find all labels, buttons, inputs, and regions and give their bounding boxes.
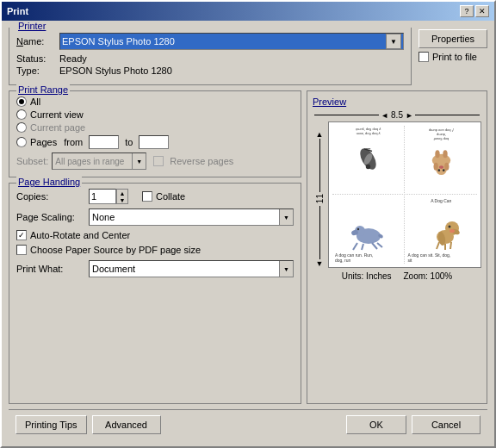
page-handling-label: Page Handling	[16, 177, 82, 187]
from-label: from	[64, 137, 83, 147]
current-view-radio-row[interactable]: Current view	[16, 109, 294, 120]
pages-to-input[interactable]: 1	[139, 135, 169, 149]
close-button[interactable]: ✕	[475, 5, 489, 17]
type-label: Type:	[16, 65, 59, 76]
current-view-label: Current view	[30, 109, 84, 120]
page-scaling-arrow[interactable]: ▼	[279, 209, 293, 225]
print-what-value: Document	[90, 264, 279, 274]
subset-row: Subset: All pages in range ▼ Reverse pag…	[16, 152, 294, 170]
page-scaling-select[interactable]: None ▼	[89, 208, 294, 226]
main-row: Print Range All Current view Current	[9, 90, 487, 404]
top-section: Printer Name: EPSON Stylus Photo 1280 ▼ …	[9, 28, 487, 85]
current-page-label: Current page	[30, 122, 85, 133]
preview-ruler-left: ▲ 11 ▼	[313, 121, 326, 268]
print-range-options: All Current view Current page Pages	[16, 96, 294, 149]
pages-from-input[interactable]: 1	[89, 135, 119, 149]
dialog-content: Printer Name: EPSON Stylus Photo 1280 ▼ …	[2, 21, 494, 446]
subset-label: Subset:	[16, 156, 48, 166]
print-range-label: Print Range	[16, 84, 70, 95]
dog-illustration-1	[349, 140, 388, 178]
reverse-pages-checkbox[interactable]	[153, 156, 164, 166]
printer-status-row: Status: Ready	[16, 53, 404, 64]
current-view-radio[interactable]	[16, 109, 27, 120]
subset-dropdown-arrow[interactable]: ▼	[132, 153, 146, 169]
reverse-pages-label: Reverse pages	[170, 156, 233, 166]
help-button[interactable]: ?	[460, 5, 474, 17]
bottom-bar: Printing Tips Advanced OK Cancel	[9, 409, 487, 439]
pages-radio-row[interactable]: Pages from 1 to 1	[16, 135, 294, 149]
page-scaling-label: Page Scaling:	[16, 212, 85, 222]
auto-rotate-row: Auto-Rotate and Center	[16, 230, 294, 240]
preview-cell-2: bop 6ounf'dumpƒ bop uoo dump	[406, 126, 478, 195]
status-label: Status:	[16, 53, 59, 64]
svg-point-21	[357, 228, 359, 230]
dog-illustration-3	[344, 217, 392, 252]
print-to-file-checkbox[interactable]	[418, 52, 429, 62]
current-page-radio-row: Current page	[16, 122, 294, 133]
collate-row: Collate	[142, 191, 185, 202]
copies-down[interactable]: ▼	[117, 196, 127, 203]
print-what-select[interactable]: Document ▼	[89, 260, 294, 277]
to-label: to	[125, 137, 133, 147]
all-radio-row[interactable]: All	[16, 96, 294, 107]
preview-middle: ▲ 11 ▼ y bop 6op 'womy bo	[313, 121, 481, 268]
copies-label: Copies:	[16, 191, 85, 202]
width-value: 8.5	[391, 110, 403, 120]
copies-spinner[interactable]: ▲ ▼	[116, 189, 128, 204]
svg-point-31	[450, 229, 455, 233]
collate-checkbox[interactable]	[142, 191, 152, 202]
preview-cell-1: y bop 6op 'womy bop 6op 'yumō	[332, 126, 405, 195]
units-label: Units: Inches	[342, 271, 392, 281]
page-scaling-row: Page Scaling: None ▼	[16, 208, 294, 226]
svg-line-26	[437, 242, 439, 249]
cell1-text: y bop 6op 'womy bop 6op 'yumō	[356, 128, 381, 136]
ok-button[interactable]: OK	[346, 415, 406, 434]
printer-name-value: EPSON Stylus Photo 1280	[62, 36, 386, 47]
choose-paper-checkbox[interactable]	[16, 245, 27, 255]
preview-cell-4: A Dog Can	[406, 196, 478, 264]
printer-buttons: Properties Print to file	[418, 28, 487, 85]
preview-label: Preview	[313, 96, 346, 107]
all-radio[interactable]	[16, 96, 27, 107]
current-page-radio[interactable]	[16, 122, 27, 133]
type-value: EPSON Stylus Photo 1280	[59, 65, 172, 76]
choose-paper-label: Choose Paper Source by PDF page size	[30, 245, 201, 255]
svg-point-30	[448, 226, 450, 228]
preview-section: Preview ◄ 8.5 ► ▲ 11	[307, 90, 487, 404]
svg-line-17	[353, 243, 357, 250]
subset-value: All pages in range	[53, 157, 132, 166]
print-range-section: Print Range All Current view Current	[9, 90, 301, 177]
advanced-button[interactable]: Advanced	[92, 415, 161, 434]
title-bar-buttons: ? ✕	[460, 5, 489, 17]
zoom-label: Zoom: 100%	[404, 271, 453, 281]
printer-section-label: Printer	[16, 21, 47, 31]
pages-radio[interactable]	[16, 137, 27, 147]
auto-rotate-checkbox[interactable]	[16, 230, 27, 240]
copies-row: Copies: ▲ ▼ Collate	[16, 189, 294, 204]
preview-cell-3: A dog can run. Run,dog, run	[332, 196, 405, 264]
pages-label: Pages	[30, 137, 57, 147]
properties-button[interactable]: Properties	[418, 29, 487, 48]
dog-illustration-4	[418, 213, 465, 252]
cancel-button[interactable]: Cancel	[412, 415, 480, 434]
svg-point-10	[435, 150, 439, 158]
print-what-arrow[interactable]: ▼	[279, 261, 293, 277]
dialog-title: Print	[7, 6, 28, 16]
copies-up[interactable]: ▲	[117, 190, 127, 196]
copies-input[interactable]	[89, 189, 116, 204]
choose-paper-row: Choose Paper Source by PDF page size	[16, 245, 294, 255]
cell3-text: A dog can run. Run,dog, run	[332, 252, 404, 264]
svg-point-9	[443, 150, 447, 158]
name-label: Name:	[16, 36, 59, 47]
preview-page: y bop 6op 'womy bop 6op 'yumō	[328, 121, 481, 268]
bottom-right-buttons: OK Cancel	[346, 415, 480, 434]
auto-rotate-label: Auto-Rotate and Center	[30, 230, 130, 240]
printer-dropdown-arrow[interactable]: ▼	[386, 34, 401, 49]
all-label: All	[30, 96, 40, 107]
printing-tips-button[interactable]: Printing Tips	[16, 415, 87, 434]
svg-line-19	[372, 243, 377, 249]
print-to-file-row: Print to file	[418, 52, 487, 62]
dog-can-label: A Dog Can	[406, 197, 478, 204]
subset-select[interactable]: All pages in range ▼	[52, 152, 146, 170]
printer-name-select[interactable]: EPSON Stylus Photo 1280 ▼	[59, 33, 404, 50]
